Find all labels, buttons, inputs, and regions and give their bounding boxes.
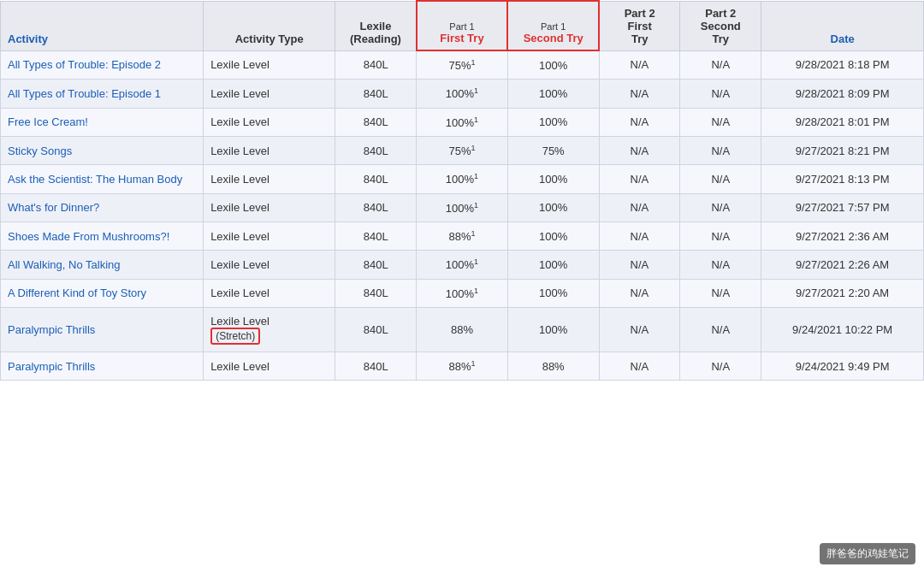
part2-second-try-cell: N/A	[680, 165, 761, 193]
date-cell: 9/28/2021 8:09 PM	[761, 80, 924, 108]
stretch-badge: (Stretch)	[210, 328, 260, 345]
date-sort-link[interactable]: Date	[831, 32, 855, 45]
table-row: Shoes Made From Mushrooms?!Lexile Level8…	[1, 222, 924, 250]
table-row: All Types of Trouble: Episode 2Lexile Le…	[1, 50, 924, 80]
part2-second-try-cell: N/A	[680, 307, 761, 351]
part2-second-try-cell: N/A	[680, 351, 761, 380]
part1-first-try-cell: 100%1	[417, 108, 508, 136]
table-row: What's for Dinner?Lexile Level840L100%11…	[1, 193, 924, 222]
part2-first-try-cell: N/A	[599, 307, 680, 351]
part1-first-try-cell: 88%1	[417, 222, 508, 250]
part2-first-try-cell: N/A	[599, 193, 680, 222]
activity-link[interactable]: Sticky Songs	[8, 145, 72, 157]
part2-first-try-cell: N/A	[599, 279, 680, 307]
activity-type-cell: Lexile Level	[204, 136, 335, 164]
part1-second-try-cell: 100%	[507, 193, 599, 222]
table-row: Sticky SongsLexile Level840L75%175%N/AN/…	[1, 136, 924, 164]
part1-second-try-cell: 100%	[507, 222, 599, 250]
part1-first-try-cell: 100%1	[417, 279, 508, 307]
activity-type-cell: Lexile Level	[204, 351, 335, 380]
part1-first-try-cell: 100%1	[417, 193, 508, 222]
part2-first-try-cell: N/A	[599, 50, 680, 80]
activity-type-cell: Lexile Level	[204, 279, 335, 307]
activity-link[interactable]: What's for Dinner?	[8, 201, 99, 214]
table-row: Paralympic ThrillsLexile Level840L88%188…	[1, 351, 924, 380]
activity-link[interactable]: A Different Kind of Toy Story	[8, 286, 146, 299]
activity-link[interactable]: Ask the Scientist: The Human Body	[8, 173, 182, 186]
part2-second-try-cell: N/A	[680, 251, 761, 279]
activity-link[interactable]: Paralympic Thrills	[8, 360, 95, 373]
activity-cell: All Types of Trouble: Episode 2	[1, 50, 204, 80]
table-row: A Different Kind of Toy StoryLexile Leve…	[1, 279, 924, 307]
part2-second-try-header: Part 2SecondTry	[680, 1, 761, 50]
part1-first-try-cell: 75%1	[417, 50, 508, 80]
part2-second-try-cell: N/A	[680, 108, 761, 136]
activity-link[interactable]: All Types of Trouble: Episode 2	[8, 58, 161, 71]
lexile-cell: 840L	[335, 165, 417, 193]
part1-second-try-header: Part 1 Second Try	[507, 1, 599, 50]
part1-second-try-cell: 100%	[507, 307, 599, 351]
activity-cell: Free Ice Cream!	[1, 108, 204, 136]
activity-type-cell: Lexile Level	[204, 193, 335, 222]
part1-first-try-cell: 75%1	[417, 136, 508, 164]
activity-sort-link[interactable]: Activity	[8, 32, 48, 45]
lexile-cell: 840L	[335, 351, 417, 380]
part1-first-try-cell: 88%1	[417, 351, 508, 380]
activity-cell: Shoes Made From Mushrooms?!	[1, 222, 204, 250]
activity-type-cell: Lexile Level	[204, 251, 335, 279]
table-row: All Types of Trouble: Episode 1Lexile Le…	[1, 80, 924, 108]
activity-type-cell: Lexile Level	[204, 165, 335, 193]
table-row: Free Ice Cream!Lexile Level840L100%1100%…	[1, 108, 924, 136]
lexile-cell: 840L	[335, 80, 417, 108]
lexile-cell: 840L	[335, 136, 417, 164]
lexile-cell: 840L	[335, 50, 417, 80]
date-cell: 9/27/2021 8:21 PM	[761, 136, 924, 164]
table-row: Paralympic ThrillsLexile Level(Stretch)8…	[1, 307, 924, 351]
activity-type-cell: Lexile Level	[204, 80, 335, 108]
part2-first-try-cell: N/A	[599, 222, 680, 250]
date-header[interactable]: Date	[761, 1, 924, 50]
activity-link[interactable]: Paralympic Thrills	[8, 323, 95, 336]
activity-link[interactable]: All Types of Trouble: Episode 1	[8, 87, 161, 100]
date-cell: 9/27/2021 2:36 AM	[761, 222, 924, 250]
part1-second-try-cell: 88%	[507, 351, 599, 380]
lexile-cell: 840L	[335, 108, 417, 136]
part1-first-try-header: Part 1 First Try	[417, 1, 508, 50]
part2-first-try-cell: N/A	[599, 165, 680, 193]
part1-first-try-cell: 100%1	[417, 80, 508, 108]
part1-second-try-cell: 100%	[507, 80, 599, 108]
part1-first-try-cell: 88%	[417, 307, 508, 351]
activity-link[interactable]: Shoes Made From Mushrooms?!	[8, 230, 169, 243]
activity-cell: A Different Kind of Toy Story	[1, 279, 204, 307]
part1-second-try-cell: 100%	[507, 50, 599, 80]
date-cell: 9/27/2021 8:13 PM	[761, 165, 924, 193]
activity-cell: All Walking, No Talking	[1, 251, 204, 279]
part2-first-try-cell: N/A	[599, 136, 680, 164]
part2-second-try-cell: N/A	[680, 193, 761, 222]
activity-cell: Paralympic Thrills	[1, 351, 204, 380]
lexile-header: Lexile(Reading)	[335, 1, 417, 50]
activity-type-cell: Lexile Level	[204, 222, 335, 250]
activity-link[interactable]: Free Ice Cream!	[8, 115, 88, 128]
table-row: Ask the Scientist: The Human BodyLexile …	[1, 165, 924, 193]
part2-first-try-cell: N/A	[599, 251, 680, 279]
lexile-cell: 840L	[335, 251, 417, 279]
part2-first-try-cell: N/A	[599, 108, 680, 136]
table-row: All Walking, No TalkingLexile Level840L1…	[1, 251, 924, 279]
activity-header[interactable]: Activity	[1, 1, 204, 50]
part1-first-try-cell: 100%1	[417, 165, 508, 193]
activity-type-cell: Lexile Level(Stretch)	[204, 307, 335, 351]
date-cell: 9/24/2021 10:22 PM	[761, 307, 924, 351]
activity-cell: Paralympic Thrills	[1, 307, 204, 351]
date-cell: 9/28/2021 8:01 PM	[761, 108, 924, 136]
part2-second-try-cell: N/A	[680, 80, 761, 108]
activity-link[interactable]: All Walking, No Talking	[8, 258, 121, 271]
lexile-cell: 840L	[335, 307, 417, 351]
activity-type-header: Activity Type	[204, 1, 335, 50]
date-cell: 9/24/2021 9:49 PM	[761, 351, 924, 380]
date-cell: 9/27/2021 7:57 PM	[761, 193, 924, 222]
part2-second-try-cell: N/A	[680, 50, 761, 80]
activity-cell: Ask the Scientist: The Human Body	[1, 165, 204, 193]
part1-second-try-cell: 75%	[507, 136, 599, 164]
date-cell: 9/28/2021 8:18 PM	[761, 50, 924, 80]
